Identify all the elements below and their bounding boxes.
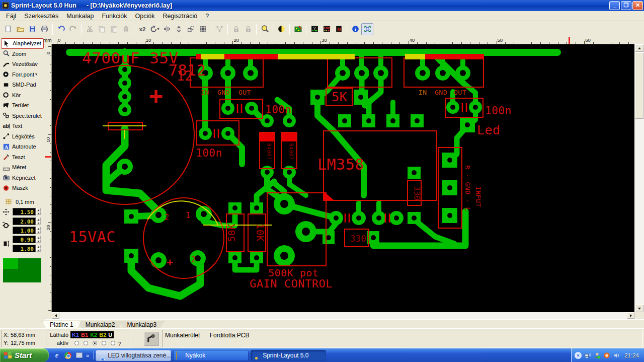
- menu-munkalap[interactable]: Munkalap: [62, 12, 98, 21]
- locksmd-button[interactable]: [242, 23, 254, 35]
- redo-button[interactable]: [67, 23, 79, 35]
- chrome-icon[interactable]: [64, 351, 72, 359]
- maskicon-button[interactable]: M: [333, 23, 345, 35]
- layer-chip-b1[interactable]: B1: [81, 331, 88, 338]
- tool-ter-let[interactable]: Terület: [1, 100, 44, 111]
- print-button[interactable]: [38, 23, 50, 35]
- tool-teszt[interactable]: Teszt: [1, 152, 44, 163]
- layer-indicators[interactable]: K1B1K2B2U: [70, 331, 114, 338]
- user-icon[interactable]: [594, 352, 601, 359]
- menu-opci-k[interactable]: Opciók: [131, 12, 158, 21]
- menu--[interactable]: ?: [201, 12, 213, 21]
- menu-f-jl[interactable]: Fájl: [2, 12, 20, 21]
- mirrorv-button[interactable]: [173, 23, 185, 35]
- toolbar-separator: [256, 24, 257, 35]
- rotate-button[interactable]: ▾: [148, 23, 160, 35]
- vertical-scrollbar[interactable]: [634, 44, 644, 312]
- svg-text:GND: GND: [435, 89, 447, 96]
- task-ny-kok[interactable]: Nyákok: [173, 350, 249, 361]
- pattern-button[interactable]: [197, 23, 209, 35]
- capture-button[interactable]: [361, 23, 373, 35]
- undo-button[interactable]: [55, 23, 67, 35]
- tool-l-gk-t-s[interactable]: Légkötés: [1, 131, 44, 142]
- tool-maszk[interactable]: Maszk: [1, 183, 44, 193]
- lockpads-button[interactable]: [230, 23, 242, 35]
- drc-button[interactable]: DRC: [320, 23, 333, 35]
- pcb-canvas[interactable]: 4700uF 35V7812+12INGNDOUTINGNDOUT100n100…: [52, 44, 634, 312]
- delete-button[interactable]: [120, 23, 132, 35]
- clock: 21:24: [624, 352, 639, 358]
- layer-radio-k1[interactable]: [74, 341, 79, 345]
- pad-drill-spinner[interactable]: ▲▼: [36, 227, 41, 234]
- close-button[interactable]: ✕: [632, 1, 643, 10]
- quick-launch-overflow[interactable]: »: [86, 352, 89, 358]
- tool-k-r[interactable]: Kör: [1, 90, 44, 101]
- tool-spec-ter-let[interactable]: Spec.terület: [1, 111, 44, 121]
- tool-autoroute[interactable]: AAutoroute: [1, 141, 44, 152]
- save-button[interactable]: [26, 23, 38, 35]
- antivirus-icon[interactable]: [603, 352, 610, 359]
- track-width-spinner[interactable]: ▲▼: [36, 208, 41, 215]
- open-button[interactable]: [14, 23, 26, 35]
- tab-platine-1[interactable]: Platine 1: [42, 321, 81, 329]
- connections-button[interactable]: [213, 23, 225, 35]
- menu-szerkeszt-s[interactable]: Szerkesztés: [20, 12, 62, 21]
- internet-explorer-icon[interactable]: e: [53, 351, 61, 359]
- show-desktop-icon[interactable]: [75, 351, 83, 359]
- menu-funkci-k[interactable]: Funkciók: [98, 12, 131, 21]
- tool-alaphelyzet[interactable]: Alaphelyzet: [1, 38, 44, 49]
- start-button[interactable]: Start: [0, 348, 49, 362]
- grid-setting[interactable]: 0,1 mm: [2, 197, 44, 206]
- smd-height-field[interactable]: 1.80: [13, 245, 36, 252]
- tool-smd-pad[interactable]: SMD-Pad: [1, 80, 44, 90]
- smd-width-spinner[interactable]: ▲▼: [36, 236, 41, 243]
- cut-button[interactable]: [84, 23, 96, 35]
- task-led-villogtat-sa-zen-[interactable]: LED villogtatása zené...: [96, 350, 171, 361]
- layer-chip-b2[interactable]: B2: [99, 331, 106, 338]
- photoview-button[interactable]: [275, 23, 287, 35]
- tool-vezet-s-v[interactable]: Vezetősáv: [1, 59, 44, 69]
- layer-chip-k2[interactable]: K2: [90, 331, 97, 338]
- tool-text[interactable]: abText: [1, 121, 44, 131]
- tool-m-ret[interactable]: Méret: [1, 162, 44, 173]
- tool-k-pn-zet[interactable]: Képnézet: [1, 173, 44, 183]
- task-sprint-layout-5-0[interactable]: Sprint-Layout 5.0: [251, 350, 326, 361]
- mode-indicator: [142, 330, 161, 347]
- smd-width-field[interactable]: 0.90: [13, 236, 36, 243]
- new-button[interactable]: [2, 23, 14, 35]
- svg-text:2: 2: [191, 255, 196, 264]
- network-icon[interactable]: [584, 352, 591, 359]
- layer-help[interactable]: ?: [118, 341, 121, 347]
- tray-collapse-icon[interactable]: «: [575, 352, 582, 359]
- menu-regisztr-ci-[interactable]: Regisztráció: [158, 12, 201, 21]
- pad-drill-field[interactable]: 1.00: [13, 227, 36, 234]
- flip-button[interactable]: [185, 23, 197, 35]
- title-bar: Sprint-Layout 5.0 Hun - [D:\Nyákok\fényv…: [0, 0, 644, 11]
- testmode-button[interactable]: [292, 23, 304, 35]
- macros-button[interactable]: ?: [308, 23, 320, 35]
- volume-icon[interactable]: [613, 352, 620, 359]
- maximize-button[interactable]: ❐: [621, 1, 631, 10]
- tool-forr-pont[interactable]: Forr.pont▾: [1, 69, 44, 80]
- paste-button[interactable]: [108, 23, 120, 35]
- mirrorh-button[interactable]: [160, 23, 173, 35]
- horizontal-scrollbar[interactable]: [52, 312, 634, 319]
- layer-radio-k2[interactable]: [93, 341, 97, 345]
- copy-button[interactable]: [96, 23, 108, 35]
- track-width-field[interactable]: 1.50: [13, 208, 36, 215]
- duplicate-button[interactable]: x2: [136, 23, 148, 35]
- layer-radio-b2[interactable]: [102, 341, 106, 345]
- layer-radio-b1[interactable]: [84, 341, 88, 345]
- layer-chip-k1[interactable]: K1: [72, 331, 79, 338]
- vertical-scrollbar-thumb[interactable]: [635, 52, 643, 119]
- info-button[interactable]: i: [349, 23, 361, 35]
- pad-outer-spinner[interactable]: ▲▼: [36, 218, 41, 225]
- layer-radio-u[interactable]: [111, 341, 115, 345]
- layer-chip-u[interactable]: U: [108, 331, 112, 338]
- zoomall-button[interactable]: [259, 23, 271, 35]
- tool-zoom[interactable]: Zoom: [1, 49, 44, 59]
- svg-text:N4007: N4007: [288, 143, 294, 160]
- smd-height-spinner[interactable]: ▲▼: [36, 245, 41, 252]
- minimize-button[interactable]: _: [609, 1, 620, 10]
- pad-outer-field[interactable]: 2.00: [13, 218, 36, 225]
